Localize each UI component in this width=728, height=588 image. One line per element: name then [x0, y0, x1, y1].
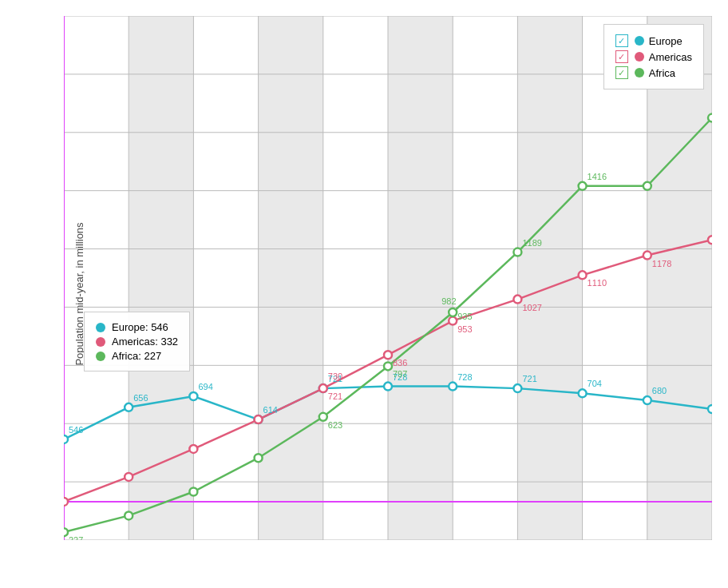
legend-box: ✓ Europe ✓ Americas ✓ Africa [603, 24, 704, 89]
svg-point-62 [189, 445, 197, 453]
svg-text:721: 721 [522, 374, 536, 383]
svg-text:1189: 1189 [522, 238, 541, 248]
tooltip-africa: Africa: 227 [96, 350, 178, 362]
svg-point-72 [125, 511, 133, 519]
svg-point-54 [384, 383, 392, 391]
chart-svg: 2004006008001000120014001600180020001950… [64, 16, 712, 540]
svg-point-68 [579, 271, 587, 279]
svg-text:797: 797 [393, 369, 407, 379]
svg-text:728: 728 [457, 372, 472, 382]
svg-point-78 [513, 248, 521, 256]
svg-text:227: 227 [69, 535, 83, 540]
svg-point-71 [64, 528, 68, 536]
svg-point-63 [255, 415, 263, 423]
svg-text:694: 694 [198, 382, 212, 391]
tooltip-americas-label: Americas: 332 [112, 336, 178, 348]
tooltip-europe-label: Europe: 546 [112, 321, 168, 333]
svg-text:935: 935 [457, 312, 472, 321]
svg-text:721: 721 [328, 391, 342, 401]
svg-point-76 [384, 362, 392, 370]
svg-point-57 [579, 389, 587, 397]
svg-point-77 [449, 308, 457, 316]
tooltip-americas: Americas: 332 [96, 336, 178, 348]
svg-text:1027: 1027 [522, 303, 541, 312]
svg-rect-2 [388, 16, 453, 540]
legend-item-europe[interactable]: ✓ Europe [615, 34, 692, 47]
svg-text:1416: 1416 [588, 172, 607, 181]
svg-point-67 [513, 296, 521, 304]
svg-text:730: 730 [328, 371, 342, 381]
svg-point-50 [125, 403, 133, 411]
svg-point-58 [643, 396, 651, 404]
svg-point-70 [708, 236, 712, 244]
svg-point-66 [449, 317, 457, 325]
svg-rect-1 [259, 16, 323, 540]
svg-point-64 [319, 384, 327, 392]
svg-text:656: 656 [133, 393, 148, 403]
svg-point-81 [708, 114, 712, 122]
svg-point-60 [64, 498, 68, 506]
svg-text:1178: 1178 [652, 259, 671, 268]
svg-point-69 [643, 252, 651, 260]
svg-text:1110: 1110 [588, 278, 607, 288]
svg-point-51 [189, 392, 197, 400]
svg-point-59 [708, 405, 712, 413]
legend-item-africa[interactable]: ✓ Africa [615, 66, 692, 79]
svg-point-65 [384, 351, 392, 359]
svg-point-79 [579, 182, 587, 190]
tooltip-africa-label: Africa: 227 [112, 350, 161, 362]
svg-text:614: 614 [263, 405, 278, 415]
svg-text:680: 680 [652, 386, 667, 395]
svg-point-49 [64, 435, 68, 443]
tooltip-box: Europe: 546 Americas: 332 Africa: 227 [84, 312, 190, 371]
svg-text:546: 546 [69, 425, 83, 435]
svg-point-73 [189, 488, 197, 496]
svg-rect-4 [647, 16, 712, 540]
legend-item-americas[interactable]: ✓ Americas [615, 50, 692, 63]
svg-point-55 [449, 383, 457, 391]
svg-point-75 [319, 413, 327, 421]
chart-container: Population mid-year, in millions 2004006… [0, 0, 728, 588]
svg-point-80 [643, 182, 651, 190]
svg-text:836: 836 [393, 358, 407, 368]
svg-text:623: 623 [328, 420, 342, 430]
legend-label-africa: Africa [649, 67, 675, 79]
svg-rect-0 [129, 16, 193, 540]
legend-label-americas: Americas [649, 51, 692, 63]
svg-point-56 [513, 384, 521, 392]
svg-point-61 [125, 473, 133, 481]
svg-text:953: 953 [457, 324, 472, 334]
legend-label-europe: Europe [649, 35, 682, 47]
svg-point-74 [255, 454, 263, 462]
svg-text:704: 704 [588, 379, 602, 388]
tooltip-europe: Europe: 546 [96, 321, 178, 333]
svg-text:982: 982 [441, 296, 456, 306]
